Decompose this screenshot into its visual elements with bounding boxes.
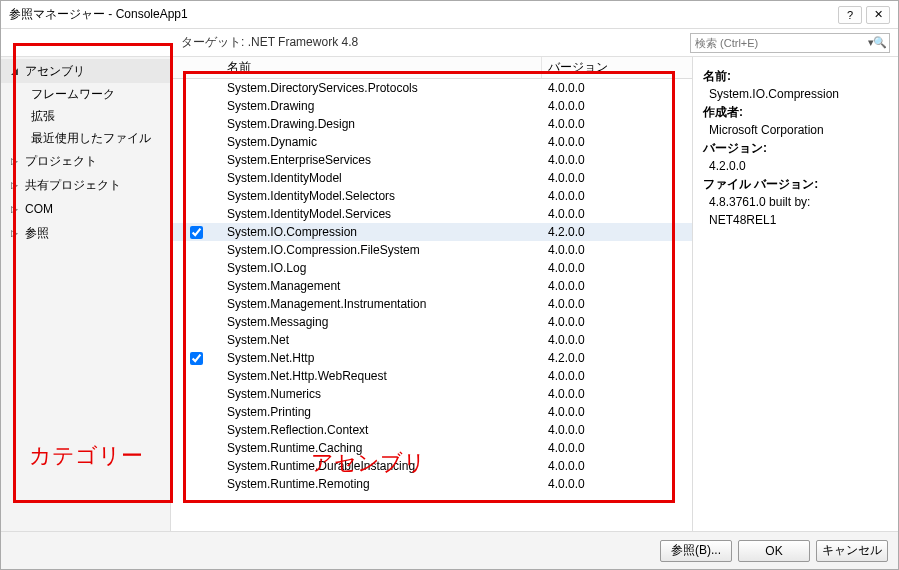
- table-row[interactable]: System.Printing4.0.0.0: [171, 403, 692, 421]
- detail-filever-label: ファイル バージョン:: [703, 177, 818, 191]
- sidebar-item-browse[interactable]: ▷ 参照: [1, 221, 170, 245]
- target-label: ターゲット: .NET Framework 4.8: [1, 34, 690, 51]
- table-row[interactable]: System.Net.Http.WebRequest4.0.0.0: [171, 367, 692, 385]
- row-version: 4.2.0.0: [542, 225, 692, 239]
- row-version: 4.0.0.0: [542, 315, 692, 329]
- row-name: System.Net.Http: [221, 351, 542, 365]
- cancel-button[interactable]: キャンセル: [816, 540, 888, 562]
- row-name: System.Net.Http.WebRequest: [221, 369, 542, 383]
- sidebar-label: プロジェクト: [25, 153, 97, 170]
- table-row[interactable]: System.DirectoryServices.Protocols4.0.0.…: [171, 79, 692, 97]
- detail-name-label: 名前:: [703, 69, 731, 83]
- row-name: System.Net: [221, 333, 542, 347]
- table-row[interactable]: System.IdentityModel4.0.0.0: [171, 169, 692, 187]
- row-name: System.Printing: [221, 405, 542, 419]
- table-row[interactable]: System.Runtime.Remoting4.0.0.0: [171, 475, 692, 493]
- row-name: System.Runtime.DurableInstancing: [221, 459, 542, 473]
- table-row[interactable]: System.IdentityModel.Services4.0.0.0: [171, 205, 692, 223]
- column-checkbox: [171, 57, 221, 78]
- sidebar-sub-framework[interactable]: フレームワーク: [1, 83, 170, 105]
- sidebar-item-projects[interactable]: ▷ プロジェクト: [1, 149, 170, 173]
- table-row[interactable]: System.Management.Instrumentation4.0.0.0: [171, 295, 692, 313]
- row-name: System.Drawing: [221, 99, 542, 113]
- row-name: System.IO.Log: [221, 261, 542, 275]
- row-name: System.Runtime.Caching: [221, 441, 542, 455]
- sidebar-label: 共有プロジェクト: [25, 177, 121, 194]
- titlebar: 参照マネージャー - ConsoleApp1 ? ✕: [1, 1, 898, 29]
- row-version: 4.0.0.0: [542, 369, 692, 383]
- row-name: System.IO.Compression.FileSystem: [221, 243, 542, 257]
- sidebar-item-assemblies[interactable]: ◢ アセンブリ: [1, 59, 170, 83]
- search-input[interactable]: [690, 33, 890, 53]
- table-row[interactable]: System.IO.Compression.FileSystem4.0.0.0: [171, 241, 692, 259]
- table-row[interactable]: System.Net4.0.0.0: [171, 331, 692, 349]
- table-row[interactable]: System.IdentityModel.Selectors4.0.0.0: [171, 187, 692, 205]
- row-version: 4.0.0.0: [542, 261, 692, 275]
- search-icon[interactable]: 🔍: [873, 36, 887, 49]
- row-version: 4.0.0.0: [542, 99, 692, 113]
- sidebar-item-com[interactable]: ▷ COM: [1, 197, 170, 221]
- table-row[interactable]: System.EnterpriseServices4.0.0.0: [171, 151, 692, 169]
- row-name: System.Numerics: [221, 387, 542, 401]
- table-row[interactable]: System.Reflection.Context4.0.0.0: [171, 421, 692, 439]
- chevron-right-icon: ▷: [11, 156, 21, 166]
- detail-name-value: System.IO.Compression: [709, 87, 839, 101]
- row-version: 4.0.0.0: [542, 405, 692, 419]
- sidebar-sub-recent[interactable]: 最近使用したファイル: [1, 127, 170, 149]
- table-row[interactable]: System.Drawing.Design4.0.0.0: [171, 115, 692, 133]
- row-version: 4.0.0.0: [542, 189, 692, 203]
- row-name: System.Messaging: [221, 315, 542, 329]
- sidebar-sub-extensions[interactable]: 拡張: [1, 105, 170, 127]
- detail-version-label: バージョン:: [703, 141, 767, 155]
- row-version: 4.0.0.0: [542, 459, 692, 473]
- row-name: System.IdentityModel.Selectors: [221, 189, 542, 203]
- row-version: 4.2.0.0: [542, 351, 692, 365]
- row-name: System.IO.Compression: [221, 225, 542, 239]
- detail-version-value: 4.2.0.0: [709, 159, 746, 173]
- row-version: 4.0.0.0: [542, 441, 692, 455]
- row-version: 4.0.0.0: [542, 297, 692, 311]
- search-dropdown-icon[interactable]: ▾: [868, 36, 874, 49]
- assembly-list: 名前 バージョン System.DirectoryServices.Protoc…: [171, 57, 693, 531]
- row-version: 4.0.0.0: [542, 387, 692, 401]
- row-checkbox[interactable]: [190, 226, 203, 239]
- table-row[interactable]: System.Management4.0.0.0: [171, 277, 692, 295]
- table-row[interactable]: System.Runtime.Caching4.0.0.0: [171, 439, 692, 457]
- table-row[interactable]: System.Runtime.DurableInstancing4.0.0.0: [171, 457, 692, 475]
- chevron-down-icon: ◢: [11, 66, 21, 76]
- row-checkbox[interactable]: [190, 352, 203, 365]
- detail-author-label: 作成者:: [703, 105, 743, 119]
- row-name: System.Dynamic: [221, 135, 542, 149]
- sidebar-label: COM: [25, 202, 53, 216]
- detail-pane: 名前: System.IO.Compression 作成者: Microsoft…: [693, 57, 898, 531]
- ok-button[interactable]: OK: [738, 540, 810, 562]
- detail-author-value: Microsoft Corporation: [709, 123, 824, 137]
- row-version: 4.0.0.0: [542, 423, 692, 437]
- table-row[interactable]: System.IO.Log4.0.0.0: [171, 259, 692, 277]
- column-header-version[interactable]: バージョン: [542, 57, 692, 78]
- chevron-right-icon: ▷: [11, 204, 21, 214]
- table-row[interactable]: System.IO.Compression4.2.0.0: [171, 223, 692, 241]
- table-row[interactable]: System.Net.Http4.2.0.0: [171, 349, 692, 367]
- sidebar: ◢ アセンブリ フレームワーク 拡張 最近使用したファイル ▷ プロジェクト ▷…: [1, 57, 171, 531]
- close-button[interactable]: ✕: [866, 6, 890, 24]
- row-version: 4.0.0.0: [542, 117, 692, 131]
- table-row[interactable]: System.Dynamic4.0.0.0: [171, 133, 692, 151]
- row-name: System.Runtime.Remoting: [221, 477, 542, 491]
- row-version: 4.0.0.0: [542, 243, 692, 257]
- help-button[interactable]: ?: [838, 6, 862, 24]
- row-name: System.IdentityModel.Services: [221, 207, 542, 221]
- row-version: 4.0.0.0: [542, 81, 692, 95]
- table-row[interactable]: System.Messaging4.0.0.0: [171, 313, 692, 331]
- row-version: 4.0.0.0: [542, 135, 692, 149]
- row-name: System.Drawing.Design: [221, 117, 542, 131]
- browse-button[interactable]: 参照(B)...: [660, 540, 732, 562]
- table-row[interactable]: System.Drawing4.0.0.0: [171, 97, 692, 115]
- window-title: 参照マネージャー - ConsoleApp1: [9, 6, 838, 23]
- sidebar-item-shared[interactable]: ▷ 共有プロジェクト: [1, 173, 170, 197]
- detail-filever-line1: 4.8.3761.0 built by:: [709, 195, 810, 209]
- table-row[interactable]: System.Numerics4.0.0.0: [171, 385, 692, 403]
- column-header-name[interactable]: 名前: [221, 57, 542, 78]
- chevron-right-icon: ▷: [11, 180, 21, 190]
- row-version: 4.0.0.0: [542, 207, 692, 221]
